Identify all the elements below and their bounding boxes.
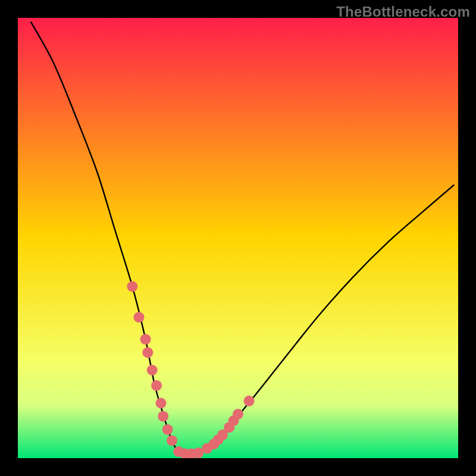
plot-area bbox=[18, 18, 458, 458]
watermark-text: TheBottleneck.com bbox=[336, 4, 470, 20]
highlight-dot bbox=[233, 409, 243, 419]
curve-layer bbox=[18, 18, 458, 458]
highlight-dot bbox=[142, 347, 153, 358]
highlight-dot bbox=[127, 281, 137, 292]
highlight-dot bbox=[140, 334, 151, 345]
main-curve bbox=[31, 22, 453, 455]
highlight-dot bbox=[147, 365, 158, 375]
highlight-dots bbox=[127, 281, 254, 458]
highlight-dot bbox=[244, 396, 255, 406]
highlight-dot bbox=[156, 398, 167, 409]
highlight-dot bbox=[134, 312, 145, 322]
chart-stage: TheBottleneck.com bbox=[0, 0, 476, 476]
highlight-dot bbox=[167, 435, 177, 446]
highlight-dot bbox=[158, 411, 168, 422]
highlight-dot bbox=[162, 424, 173, 435]
highlight-dot bbox=[151, 380, 162, 391]
